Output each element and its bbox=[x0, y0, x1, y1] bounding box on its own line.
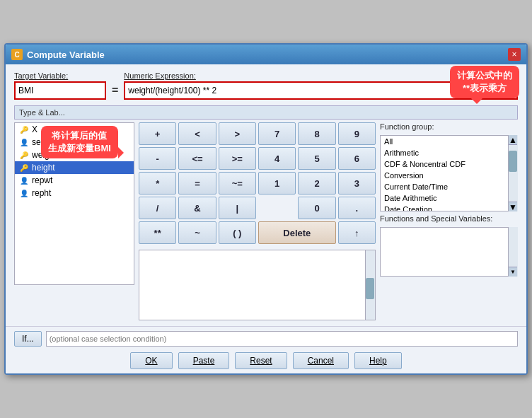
if-condition-input[interactable] bbox=[46, 331, 518, 347]
title-bar: C Compute Variable × bbox=[6, 45, 526, 64]
calc-8[interactable]: 8 bbox=[298, 122, 335, 145]
calc-up[interactable]: ↑ bbox=[338, 221, 376, 244]
numeric-expression-input[interactable] bbox=[124, 81, 518, 100]
bottom-bar: If... OK Paste Reset Cancel Help bbox=[6, 326, 526, 373]
if-row: If... bbox=[14, 331, 518, 347]
calc-or[interactable]: | bbox=[219, 197, 256, 219]
scroll-thumb bbox=[509, 151, 517, 172]
func-group-date-arith[interactable]: Date Arithmetic bbox=[381, 192, 517, 204]
calc-parens[interactable]: ( ) bbox=[219, 221, 256, 244]
equals-sign: = bbox=[112, 84, 118, 100]
calc-2[interactable]: 2 bbox=[298, 172, 335, 195]
if-button[interactable]: If... bbox=[14, 331, 42, 347]
action-row: OK Paste Reset Cancel Help bbox=[14, 352, 518, 369]
calc-power[interactable]: ** bbox=[139, 221, 176, 244]
calc-lt[interactable]: < bbox=[178, 122, 216, 145]
calc-gt[interactable]: > bbox=[219, 122, 256, 145]
top-row: Target Variable: = Numeric Expression: bbox=[14, 71, 518, 100]
calc-and[interactable]: & bbox=[178, 197, 216, 219]
function-group-container: All Arithmetic CDF & Noncentral CDF Conv… bbox=[380, 135, 518, 211]
calc-dot[interactable]: . bbox=[338, 197, 376, 219]
person-icon-sex: 👤 bbox=[19, 137, 29, 147]
func-group-cdf[interactable]: CDF & Noncentral CDF bbox=[381, 158, 517, 170]
numeric-expression-label: Numeric Expression: bbox=[124, 71, 518, 80]
functions-vars-scrollbar[interactable]: ▼ bbox=[508, 227, 518, 277]
compute-variable-dialog: C Compute Variable × 计算公式中的 **表示乘方 将计算后的… bbox=[4, 43, 528, 375]
paste-button[interactable]: Paste bbox=[178, 352, 230, 369]
reset-button[interactable]: Reset bbox=[235, 352, 287, 369]
scroll-down-arrow[interactable]: ▼ bbox=[509, 202, 517, 211]
var-label-sex: sex bbox=[32, 137, 45, 147]
ok-button[interactable]: OK bbox=[130, 352, 172, 369]
var-item-repwt[interactable]: 👤 repwt bbox=[15, 174, 134, 187]
calc-gte[interactable]: >= bbox=[219, 147, 256, 170]
function-group-list[interactable]: All Arithmetic CDF & Noncentral CDF Conv… bbox=[380, 135, 518, 211]
dialog-title: Compute Variable bbox=[27, 50, 105, 60]
type-label-text: Type & Lab... bbox=[19, 108, 65, 117]
target-variable-input[interactable] bbox=[14, 81, 106, 100]
calc-7[interactable]: 7 bbox=[258, 122, 296, 145]
func-group-date-creation[interactable]: Date Creation bbox=[381, 204, 517, 211]
var-item-repht[interactable]: 👤 repht bbox=[15, 187, 134, 199]
variable-list: 🔑 X 👤 sex 🔑 weight 🔑 height 👤 rep bbox=[14, 122, 134, 285]
var-item-height[interactable]: 🔑 height bbox=[15, 161, 134, 174]
calc-5[interactable]: 5 bbox=[298, 147, 335, 170]
scale-icon-X: 🔑 bbox=[19, 124, 29, 134]
calc-grid: + < > 7 8 9 - <= >= 4 5 6 * = ~= bbox=[139, 122, 376, 244]
functions-vars-list[interactable] bbox=[380, 227, 518, 277]
var-label-repwt: repwt bbox=[32, 175, 52, 185]
calc-equals[interactable]: = bbox=[178, 172, 216, 195]
type-label-bar[interactable]: Type & Lab... bbox=[14, 105, 518, 120]
scale-icon-weight: 🔑 bbox=[19, 150, 29, 160]
func-group-conversion[interactable]: Conversion bbox=[381, 170, 517, 181]
var-item-sex[interactable]: 👤 sex bbox=[15, 136, 134, 149]
main-content: 🔑 X 👤 sex 🔑 weight 🔑 height 👤 rep bbox=[14, 122, 518, 320]
expression-textarea[interactable] bbox=[139, 250, 376, 320]
var-label-weight: weight bbox=[32, 150, 57, 160]
calculator-panel: + < > 7 8 9 - <= >= 4 5 6 * = ~= bbox=[139, 122, 376, 320]
calc-multiply[interactable]: * bbox=[139, 172, 176, 195]
calc-3[interactable]: 3 bbox=[338, 172, 376, 195]
dialog-body: Target Variable: = Numeric Expression: T… bbox=[6, 64, 526, 326]
func-group-arithmetic[interactable]: Arithmetic bbox=[381, 147, 517, 158]
target-variable-label: Target Variable: bbox=[14, 71, 106, 80]
calc-not-equal[interactable]: ~= bbox=[219, 172, 256, 195]
right-panel: Function group: All Arithmetic CDF & Non… bbox=[380, 122, 518, 320]
calc-lte[interactable]: <= bbox=[178, 147, 216, 170]
var-label-height: height bbox=[32, 163, 55, 173]
scroll-up-arrow[interactable]: ▲ bbox=[509, 135, 517, 145]
target-variable-group: Target Variable: bbox=[14, 71, 106, 100]
person-icon-repwt: 👤 bbox=[19, 175, 29, 185]
var-item-X[interactable]: 🔑 X bbox=[15, 123, 134, 136]
functions-vars-label: Functions and Special Variables: bbox=[380, 214, 518, 223]
help-button[interactable]: Help bbox=[354, 352, 402, 369]
calc-9[interactable]: 9 bbox=[338, 122, 376, 145]
title-bar-left: C Compute Variable bbox=[11, 49, 105, 60]
close-button[interactable]: × bbox=[508, 48, 521, 61]
textarea-scrollbar[interactable] bbox=[365, 250, 375, 320]
dialog-icon: C bbox=[11, 49, 23, 60]
var-item-weight[interactable]: 🔑 weight bbox=[15, 149, 134, 161]
person-icon-repht: 👤 bbox=[19, 188, 29, 198]
calc-0[interactable]: 0 bbox=[298, 197, 335, 219]
var-label-X: X bbox=[32, 124, 37, 134]
calc-minus[interactable]: - bbox=[139, 147, 176, 170]
scrollbar-thumb bbox=[366, 278, 374, 299]
numeric-expression-group: Numeric Expression: bbox=[124, 71, 518, 100]
func-vars-scroll-down[interactable]: ▼ bbox=[509, 267, 517, 277]
var-label-repht: repht bbox=[32, 188, 51, 198]
func-group-datetime[interactable]: Current Date/Time bbox=[381, 181, 517, 192]
calc-tilde[interactable]: ~ bbox=[178, 221, 216, 244]
calc-4[interactable]: 4 bbox=[258, 147, 296, 170]
calc-6[interactable]: 6 bbox=[338, 147, 376, 170]
cancel-button[interactable]: Cancel bbox=[293, 352, 349, 369]
scale-icon-height: 🔑 bbox=[19, 163, 29, 173]
func-group-all[interactable]: All bbox=[381, 136, 517, 147]
function-group-label: Function group: bbox=[380, 122, 518, 131]
calc-1[interactable]: 1 bbox=[258, 172, 296, 195]
calc-divide[interactable]: / bbox=[139, 197, 176, 219]
calc-delete[interactable]: Delete bbox=[258, 221, 336, 244]
functions-vars-container: ▼ bbox=[380, 227, 518, 277]
calc-plus[interactable]: + bbox=[139, 122, 176, 145]
function-group-scrollbar[interactable]: ▲ ▼ bbox=[508, 135, 518, 211]
